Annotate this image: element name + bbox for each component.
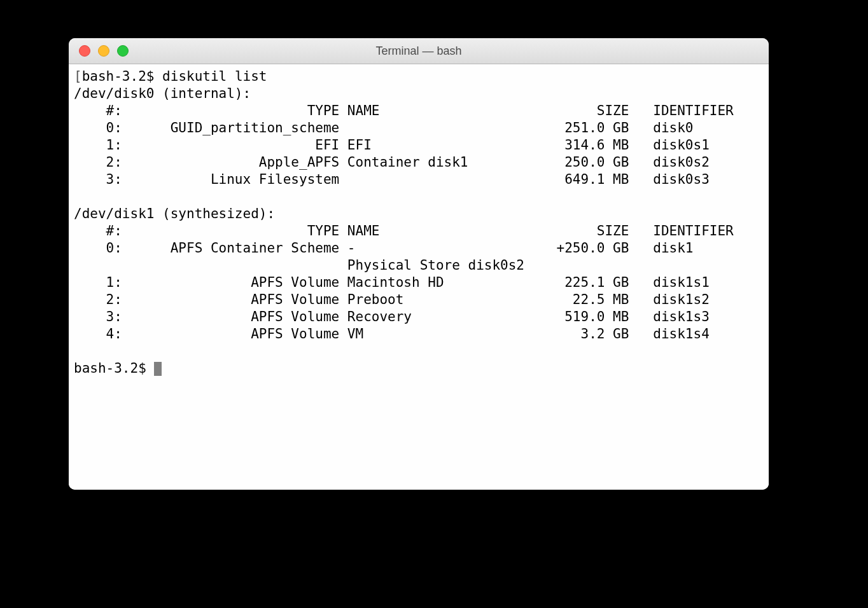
traffic-lights: [69, 45, 129, 57]
table-row: 2: Apple_APFS Container disk1 250.0 GB d…: [74, 155, 710, 170]
table-subrow: Physical Store disk0s2: [74, 258, 524, 273]
table-row: 1: APFS Volume Macintosh HD 225.1 GB dis…: [74, 275, 710, 290]
table-row: 1: EFI EFI 314.6 MB disk0s1: [74, 137, 710, 153]
table-row: 0: GUID_partition_scheme 251.0 GB disk0: [74, 120, 694, 135]
window-title: Terminal — bash: [69, 45, 769, 58]
table-row: 3: APFS Volume Recovery 519.0 MB disk1s3: [74, 309, 710, 324]
terminal-body[interactable]: [bash-3.2$ diskutil list /dev/disk0 (int…: [69, 64, 769, 490]
disk0-header: /dev/disk0 (internal):: [74, 86, 251, 101]
close-icon[interactable]: [79, 45, 90, 57]
table-row: 3: Linux Filesystem 649.1 MB disk0s3: [74, 172, 710, 187]
table-row: 0: APFS Container Scheme - +250.0 GB dis…: [74, 240, 694, 256]
column-header: #: TYPE NAME SIZE IDENTIFIER: [74, 223, 734, 238]
prompt: bash-3.2$: [74, 361, 154, 376]
bracket-open: [: [74, 69, 82, 84]
minimize-icon[interactable]: [98, 45, 109, 57]
cursor-icon: [154, 362, 162, 376]
command-text: diskutil list: [162, 69, 267, 84]
table-row: 2: APFS Volume Preboot 22.5 MB disk1s2: [74, 292, 710, 307]
prompt: bash-3.2$: [82, 69, 162, 84]
column-header: #: TYPE NAME SIZE IDENTIFIER: [74, 103, 734, 118]
disk1-header: /dev/disk1 (synthesized):: [74, 206, 275, 221]
zoom-icon[interactable]: [117, 45, 129, 57]
terminal-window: Terminal — bash [bash-3.2$ diskutil list…: [69, 38, 769, 490]
table-row: 4: APFS Volume VM 3.2 GB disk1s4: [74, 326, 710, 342]
titlebar[interactable]: Terminal — bash: [69, 38, 769, 64]
